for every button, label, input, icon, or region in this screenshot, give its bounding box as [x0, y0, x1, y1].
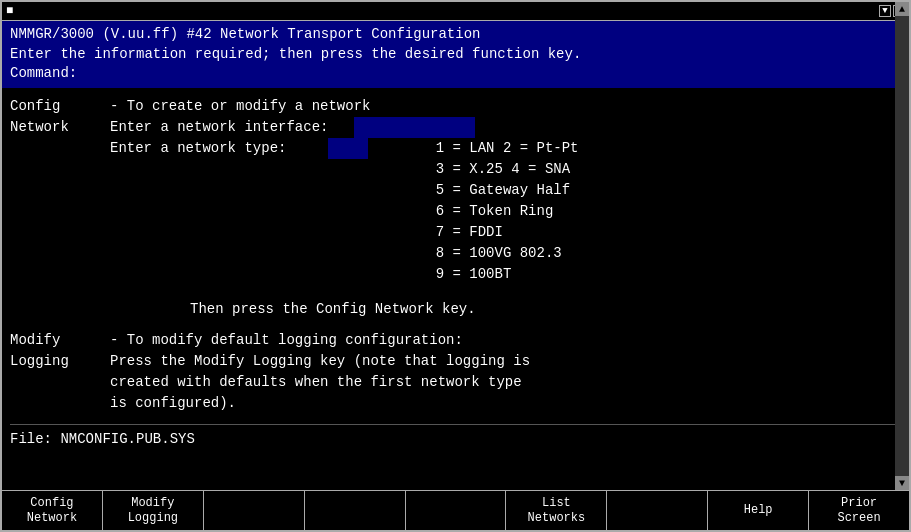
- modify-desc-3: created with defaults when the first net…: [110, 372, 901, 393]
- fn-key-5[interactable]: [406, 491, 507, 530]
- config-desc-1: - To create or modify a network: [110, 96, 901, 117]
- network-types: 1 = LAN 2 = Pt-Pt 3 = X.25 4 = SNA 5 = G…: [436, 138, 579, 285]
- header-line2: Enter the information required; then pre…: [10, 45, 901, 65]
- network-type-7: 9 = 100BT: [436, 264, 579, 285]
- minimize-button[interactable]: ▼: [879, 5, 891, 17]
- fn-key-7[interactable]: [607, 491, 708, 530]
- header-line1: NMMGR/3000 (V.uu.ff) #42 Network Transpo…: [10, 25, 901, 45]
- fn-key-modify-logging[interactable]: Modify Logging: [103, 491, 204, 530]
- fn-key-modify-logging-line1: Modify: [131, 496, 174, 510]
- then-press-line: Then press the Config Network key.: [110, 299, 901, 320]
- config-empty: [10, 138, 110, 285]
- config-label-2: Network: [10, 117, 110, 138]
- header-section: NMMGR/3000 (V.uu.ff) #42 Network Transpo…: [2, 21, 909, 88]
- fn-key-modify-logging-line2: Logging: [128, 511, 178, 525]
- modify-logging-section: Modify - To modify default logging confi…: [10, 330, 901, 414]
- network-type-input[interactable]: [328, 138, 368, 159]
- fn-key-help-line1: Help: [744, 503, 773, 517]
- config-label-1: Config: [10, 96, 110, 117]
- network-type-6: 8 = 100VG 802.3: [436, 243, 579, 264]
- fn-key-list-networks-line1: List: [542, 496, 571, 510]
- network-type-4: 6 = Token Ring: [436, 201, 579, 222]
- fn-key-3[interactable]: [204, 491, 305, 530]
- scrollbar-track[interactable]: [895, 16, 909, 490]
- fn-key-config-network-line2: Network: [27, 511, 77, 525]
- scrollbar-up-button[interactable]: ▲: [895, 2, 909, 16]
- network-type-3: 5 = Gateway Half: [436, 180, 579, 201]
- modify-label-2: Logging: [10, 351, 110, 372]
- modify-empty2: [10, 393, 110, 414]
- network-type-1: 1 = LAN 2 = Pt-Pt: [436, 138, 579, 159]
- network-type-2: 3 = X.25 4 = SNA: [436, 159, 579, 180]
- fn-key-list-networks-line2: Networks: [528, 511, 586, 525]
- scrollbar: ▲ ▼: [895, 2, 909, 490]
- config-type-row: Enter a network type: 1 = LAN 2 = Pt-Pt …: [110, 138, 901, 285]
- fn-key-config-network[interactable]: Config Network: [2, 491, 103, 530]
- file-line: File: NMCONFIG.PUB.SYS: [10, 424, 901, 450]
- function-bar: Config Network Modify Logging List Netwo…: [2, 490, 909, 530]
- modify-desc-4: is configured).: [110, 393, 901, 414]
- modify-desc-1: - To modify default logging configuratio…: [110, 330, 901, 351]
- config-interface-row: Enter a network interface:: [110, 117, 901, 138]
- fn-key-prior-screen[interactable]: Prior Screen: [809, 491, 909, 530]
- network-type-5: 7 = FDDI: [436, 222, 579, 243]
- title-bar: ■ ▼ ▲: [2, 2, 909, 21]
- title-bar-text: ■: [6, 4, 13, 18]
- fn-key-prior-screen-line2: Screen: [837, 511, 880, 525]
- modify-label-1: Modify: [10, 330, 110, 351]
- modify-empty: [10, 372, 110, 393]
- fn-key-prior-screen-line1: Prior: [841, 496, 877, 510]
- fn-key-help[interactable]: Help: [708, 491, 809, 530]
- modify-desc-2: Press the Modify Logging key (note that …: [110, 351, 901, 372]
- fn-key-list-networks[interactable]: List Networks: [506, 491, 607, 530]
- terminal-window: ■ ▼ ▲ NMMGR/3000 (V.uu.ff) #42 Network T…: [0, 0, 911, 532]
- network-interface-input[interactable]: [354, 117, 476, 138]
- fn-key-4[interactable]: [305, 491, 406, 530]
- main-content: Config - To create or modify a network N…: [2, 88, 909, 490]
- header-line3: Command:: [10, 64, 901, 84]
- scrollbar-down-button[interactable]: ▼: [895, 476, 909, 490]
- fn-key-config-network-line1: Config: [30, 496, 73, 510]
